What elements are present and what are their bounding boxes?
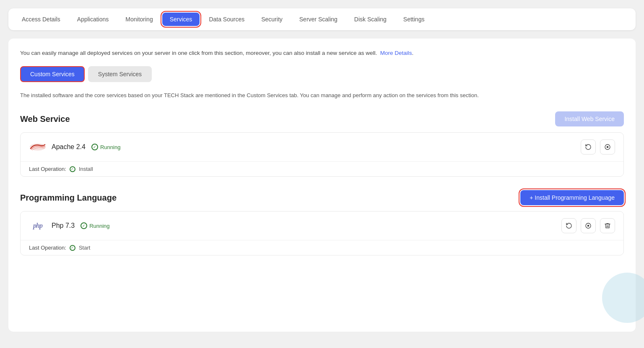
php-card-main: php Php 7.3 ✓ Running [21,211,623,240]
php-actions [561,218,615,233]
apache-stop-button[interactable] [600,139,615,155]
tab-services[interactable]: Services [162,13,200,26]
svg-rect-4 [587,225,589,227]
tab-settings[interactable]: Settings [396,13,432,26]
programming-language-header: Programming Language + Install Programmi… [20,190,624,205]
apache-card-footer: Last Operation: ✓ Install [21,161,623,176]
php-name: Php 7.3 [52,222,75,229]
install-web-service-button[interactable]: Install Web Service [555,111,624,126]
apache-op-status-icon: ✓ [70,166,75,172]
apache-card-main: Apache 2.4 ✓ Running [21,133,623,161]
apache-status-icon: ✓ [91,144,98,150]
main-content: You can easily manage all deployed servi… [8,39,636,332]
intro-text: You can easily manage all deployed servi… [20,49,624,58]
php-service-info: php Php 7.3 ✓ Running [29,220,110,232]
programming-language-section: Programming Language + Install Programmi… [20,190,624,255]
php-status-badge: ✓ Running [80,222,109,229]
php-card-footer: Last Operation: ✓ Start [21,240,623,255]
install-programming-language-button[interactable]: + Install Programming Language [520,190,624,205]
apache-status-badge: ✓ Running [91,144,120,150]
apache-service-info: Apache 2.4 ✓ Running [29,141,120,153]
php-restart-button[interactable] [561,218,576,233]
tab-server-scaling[interactable]: Server Scaling [292,13,345,26]
tab-data-sources[interactable]: Data Sources [201,13,252,26]
apache-name-row: Apache 2.4 ✓ Running [52,143,120,151]
php-status-text: Running [89,223,109,229]
php-op-status-icon: ✓ [70,245,75,251]
section-description: The installed software and the core serv… [20,91,624,100]
php-logo: php [29,220,47,232]
php-status-icon: ✓ [80,222,87,229]
php-logo-text: php [33,222,42,229]
tab-security[interactable]: Security [254,13,290,26]
web-service-section: Web Service Install Web Service [20,111,624,177]
php-service-card: php Php 7.3 ✓ Running [20,211,624,255]
php-stop-button[interactable] [581,218,596,233]
apache-restart-button[interactable] [581,139,596,155]
main-nav: Access Details Applications Monitoring S… [8,8,636,30]
system-services-tab[interactable]: System Services [88,66,152,82]
php-last-op-label: Last Operation: [29,245,66,251]
sub-tabs: Custom Services System Services [20,66,624,82]
php-name-row: Php 7.3 ✓ Running [52,222,110,229]
programming-language-title: Programming Language [20,193,117,203]
custom-services-tab[interactable]: Custom Services [20,66,85,82]
php-delete-button[interactable] [600,218,615,233]
tab-monitoring[interactable]: Monitoring [118,13,160,26]
tab-disk-scaling[interactable]: Disk Scaling [347,13,394,26]
apache-last-op-label: Last Operation: [29,166,66,172]
php-last-op-value: Start [79,245,90,251]
apache-service-card: Apache 2.4 ✓ Running [20,132,624,177]
tab-applications[interactable]: Applications [70,13,117,26]
apache-last-op-value: Install [79,166,93,172]
web-service-title: Web Service [20,114,70,124]
apache-actions [581,139,615,155]
apache-status-text: Running [100,144,120,150]
tab-access-details[interactable]: Access Details [14,13,68,26]
apache-logo [29,141,47,153]
web-service-header: Web Service Install Web Service [20,111,624,126]
apache-name: Apache 2.4 [52,143,86,151]
svg-rect-2 [607,146,608,148]
more-details-link[interactable]: More Details [380,50,412,56]
